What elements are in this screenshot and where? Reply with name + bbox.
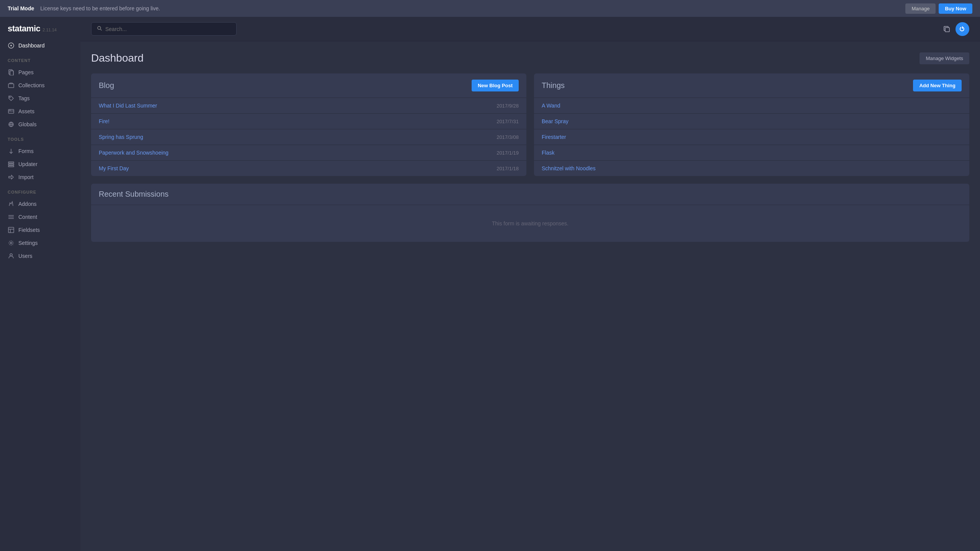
sidebar-item-label-fieldsets: Fieldsets [18,227,40,233]
svg-point-19 [10,254,12,256]
sidebar-item-assets[interactable]: Assets [0,105,80,118]
thing-item-name-2: Firestarter [542,134,566,140]
search-bar[interactable] [91,22,237,36]
sidebar-item-label-globals: Globals [18,121,36,127]
sidebar-item-label-tags: Tags [18,95,30,101]
power-button[interactable] [956,22,969,36]
blog-item-date-3: 2017/1/19 [497,150,519,156]
widgets-row: Blog New Blog Post What I Did Last Summe… [91,73,969,176]
trial-bar: Trial Mode License keys need to be enter… [0,0,980,17]
thing-item-0[interactable]: A Wand [534,98,969,114]
blog-item-3[interactable]: Paperwork and Snowshoeing 2017/1/19 [91,145,526,161]
trial-mode-label: Trial Mode [8,5,34,11]
dashboard-area: Dashboard Manage Widgets Blog New Blog P… [80,41,980,551]
dashboard-header: Dashboard Manage Widgets [91,52,969,64]
blog-widget-title: Blog [99,81,114,90]
submissions-widget: Recent Submissions This form is awaiting… [91,184,969,242]
sidebar-item-label-updater: Updater [18,161,38,167]
thing-item-1[interactable]: Bear Spray [534,114,969,129]
blog-item-title-3: Paperwork and Snowshoeing [99,150,168,156]
thing-item-3[interactable]: Flask [534,145,969,161]
svg-point-6 [10,97,10,98]
fieldsets-icon [8,227,15,233]
sidebar-item-label-assets: Assets [18,108,34,114]
search-input[interactable] [105,26,231,32]
blog-item-date-2: 2017/3/08 [497,134,519,140]
svg-rect-21 [945,28,949,32]
nav-section-content: CONTENT [0,52,80,66]
things-widget-header: Things Add New Thing [534,73,969,98]
sidebar-item-globals[interactable]: Globals [0,118,80,131]
sidebar-item-label-settings: Settings [18,240,38,246]
thing-item-name-3: Flask [542,150,554,156]
copy-icon-button[interactable] [943,26,950,33]
blog-item-date-1: 2017/7/31 [497,119,519,124]
blog-item-2[interactable]: Spring has Sprung 2017/3/08 [91,129,526,145]
blog-widget-list: What I Did Last Summer 2017/9/28 Fire! 2… [91,98,526,176]
svg-rect-9 [8,162,14,163]
sidebar-item-pages[interactable]: Pages [0,66,80,79]
thing-item-name-4: Schnitzel with Noodles [542,165,596,171]
app-name: statamic [8,24,40,34]
sidebar-item-users[interactable]: Users [0,249,80,262]
blog-widget: Blog New Blog Post What I Did Last Summe… [91,73,526,176]
svg-rect-11 [8,166,14,167]
header-right [943,22,969,36]
nav-section-tools: TOOLS [0,131,80,145]
settings-icon [8,240,15,246]
sidebar-item-label-pages: Pages [18,69,34,75]
tags-icon [8,95,15,102]
sidebar-item-dashboard[interactable]: Dashboard [0,39,80,52]
pages-icon [8,69,15,76]
sidebar-item-label-content: Content [18,214,37,220]
sidebar-item-updater[interactable]: Updater [0,158,80,171]
thing-item-2[interactable]: Firestarter [534,129,969,145]
things-widget-title: Things [542,81,565,90]
import-icon [8,174,15,181]
sidebar-item-collections[interactable]: Collections [0,79,80,92]
sidebar-item-label-users: Users [18,253,33,259]
thing-item-name-0: A Wand [542,103,560,109]
things-widget: Things Add New Thing A Wand Bear Spray F… [534,73,969,176]
submissions-empty: This form is awaiting responses. [91,205,969,242]
main-header [80,17,980,41]
sidebar-item-content[interactable]: Content [0,210,80,223]
sidebar-item-fieldsets[interactable]: Fieldsets [0,223,80,236]
manage-widgets-button[interactable]: Manage Widgets [920,52,969,64]
svg-rect-7 [8,109,14,113]
content-icon [8,214,15,220]
blog-item-title-4: My First Day [99,165,129,171]
thing-item-4[interactable]: Schnitzel with Noodles [534,161,969,176]
submissions-header: Recent Submissions [91,184,969,205]
svg-rect-10 [8,164,14,165]
sidebar-item-addons[interactable]: Addons [0,197,80,210]
manage-button[interactable]: Manage [905,3,936,14]
blog-item-1[interactable]: Fire! 2017/7/31 [91,114,526,129]
blog-item-4[interactable]: My First Day 2017/1/18 [91,161,526,176]
sidebar-item-settings[interactable]: Settings [0,236,80,249]
assets-icon [8,108,15,115]
new-blog-post-button[interactable]: New Blog Post [472,80,519,91]
things-widget-list: A Wand Bear Spray Firestarter Flask Schn [534,98,969,176]
sidebar-item-forms[interactable]: Forms [0,145,80,158]
globals-icon [8,121,15,128]
nav-section-configure: CONFIGURE [0,184,80,197]
svg-rect-3 [10,71,13,75]
sidebar-item-import[interactable]: Import [0,171,80,184]
sidebar-item-label-dashboard: Dashboard [18,42,45,49]
svg-point-20 [98,26,101,29]
app-version: 2.11.14 [42,28,57,32]
collections-icon [8,82,15,89]
sidebar-item-tags[interactable]: Tags [0,92,80,105]
buy-now-button[interactable]: Buy Now [939,3,972,14]
app-layout: statamic 2.11.14 Dashboard CONTENT Pages [0,17,980,551]
sidebar-nav: Dashboard CONTENT Pages Collections [0,39,80,551]
blog-item-0[interactable]: What I Did Last Summer 2017/9/28 [91,98,526,114]
search-icon [97,26,102,32]
svg-rect-15 [8,227,14,233]
blog-item-date-4: 2017/1/18 [497,166,519,171]
sidebar-item-label-addons: Addons [18,201,36,207]
sidebar-item-label-collections: Collections [18,82,44,88]
add-new-thing-button[interactable]: Add New Thing [913,80,962,91]
trial-actions: Manage Buy Now [905,3,972,14]
